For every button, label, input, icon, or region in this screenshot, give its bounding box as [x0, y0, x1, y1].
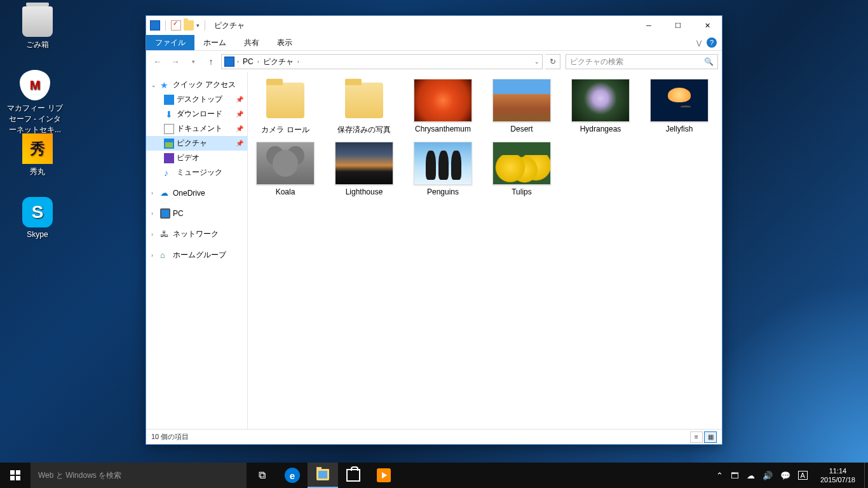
chevron-right-icon[interactable]: › [297, 58, 299, 65]
image-thumbnail [335, 142, 393, 185]
image-thumbnail [414, 142, 472, 185]
file-item-lighthouse[interactable]: Lighthouse [330, 142, 398, 196]
file-item-penguins[interactable]: Penguins [409, 142, 477, 196]
tray-volume-icon[interactable]: 🔊 [763, 471, 773, 480]
search-input[interactable]: ピクチャの検索 🔍 [566, 54, 718, 69]
nav-homegroup[interactable]: ›⌂ホームグループ [146, 248, 247, 262]
network-icon: 🖧 [160, 229, 170, 240]
file-item-camera-roll[interactable]: カメラ ロール [252, 79, 319, 135]
chevron-right-icon[interactable]: › [257, 58, 259, 65]
task-view-button[interactable]: ⧉ [247, 463, 277, 488]
minimize-button[interactable]: ─ [634, 16, 663, 35]
file-list[interactable]: カメラ ロール保存済みの写真ChrysanthemumDesertHydrang… [248, 72, 722, 429]
store-icon [346, 469, 360, 482]
clock-time: 11:14 [820, 466, 855, 475]
file-item-desert[interactable]: Desert [488, 79, 555, 135]
history-dropdown[interactable]: ▾ [186, 54, 201, 69]
status-bar: 10 個の項目 ≡ ▦ [146, 429, 722, 444]
tray-overflow-icon[interactable]: ⌃ [716, 471, 723, 480]
nav-desktop[interactable]: デスクトップ📌 [146, 92, 247, 107]
taskbar-media-player[interactable] [369, 463, 399, 488]
close-button[interactable]: ✕ [693, 16, 722, 35]
nav-music[interactable]: ♪ミュージック [146, 165, 247, 180]
file-item-tulips[interactable]: Tulips [488, 142, 555, 196]
nav-pc[interactable]: ›PC [146, 207, 247, 220]
media-player-icon [377, 468, 391, 482]
action-center-icon[interactable]: 💬 [780, 471, 790, 480]
file-item-jellyfish[interactable]: Jellyfish [646, 79, 713, 135]
desktop-icon-hidemaru[interactable]: 秀丸 [9, 133, 66, 177]
taskbar-search[interactable]: Web と Windows を検索 [31, 463, 247, 488]
image-thumbnail [571, 79, 630, 122]
breadcrumb[interactable]: › PC › ピクチャ › ⌄ [221, 54, 543, 69]
up-button[interactable]: ↑ [203, 54, 219, 69]
desktop-icon [164, 95, 174, 105]
tab-view[interactable]: 表示 [268, 35, 301, 50]
start-button[interactable] [0, 463, 31, 488]
qat-dropdown-icon[interactable]: ▾ [196, 22, 200, 29]
file-item-chrysanthemum[interactable]: Chrysanthemum [409, 79, 477, 135]
search-placeholder: ピクチャの検索 [570, 57, 623, 67]
view-details-button[interactable]: ≡ [690, 431, 703, 443]
taskbar-explorer[interactable] [308, 463, 338, 488]
title-bar[interactable]: ▾ ピクチャ ─ ☐ ✕ [146, 16, 722, 35]
pictures-icon [164, 139, 174, 149]
help-icon[interactable]: ? [707, 37, 717, 48]
breadcrumb-pictures[interactable]: ピクチャ [262, 55, 295, 69]
image-thumbnail [492, 142, 551, 185]
nav-videos[interactable]: ビデオ [146, 151, 247, 165]
ribbon-tabs: ファイル ホーム 共有 表示 ⋁ ? [146, 35, 722, 51]
taskbar-edge[interactable]: e [277, 463, 308, 488]
nav-pictures[interactable]: ピクチャ📌 [146, 136, 247, 151]
pin-icon: 📌 [236, 125, 243, 132]
expand-icon[interactable]: › [151, 190, 158, 196]
file-item-hydrangeas[interactable]: Hydrangeas [567, 79, 634, 135]
desktop-icon-mcafee[interactable]: M マカフィー リブセーフ - インターネットセキ... [6, 70, 64, 135]
forward-button[interactable]: → [168, 54, 183, 69]
desktop[interactable]: ごみ箱 M マカフィー リブセーフ - インターネットセキ... 秀丸 Skyp… [0, 0, 868, 488]
back-button[interactable]: ← [150, 54, 165, 69]
expand-icon[interactable]: › [151, 252, 158, 259]
file-item-koala[interactable]: Koala [252, 142, 319, 196]
chevron-right-icon[interactable]: › [237, 58, 239, 65]
ribbon-collapse-icon[interactable]: ⋁ [696, 39, 702, 46]
status-text: 10 個の項目 [151, 432, 189, 442]
expand-icon[interactable]: › [151, 231, 158, 238]
nav-quick-access[interactable]: ⌄★クイック アクセス [146, 78, 247, 92]
svg-rect-0 [10, 470, 15, 475]
explorer-app-icon[interactable] [150, 20, 160, 30]
nav-downloads[interactable]: ⬇ダウンロード📌 [146, 107, 247, 121]
mcafee-icon: M [20, 70, 50, 100]
recycle-bin-icon [22, 6, 53, 37]
ime-indicator[interactable]: A [798, 471, 808, 480]
nav-documents[interactable]: ドキュメント📌 [146, 121, 247, 136]
desktop-icon-skype[interactable]: Skype [9, 197, 66, 239]
svg-rect-2 [10, 476, 15, 480]
show-desktop-button[interactable] [864, 463, 868, 488]
address-bar-row: ← → ▾ ↑ › PC › ピクチャ › ⌄ ↻ ピクチャの検索 🔍 [146, 51, 722, 72]
tab-file[interactable]: ファイル [146, 35, 194, 50]
expand-icon[interactable]: › [151, 210, 158, 217]
refresh-button[interactable]: ↻ [545, 54, 560, 69]
file-item-label: 保存済みの写真 [330, 125, 398, 135]
qat-newfolder-icon[interactable] [184, 20, 194, 30]
collapse-icon[interactable]: ⌄ [151, 82, 158, 88]
maximize-button[interactable]: ☐ [663, 16, 693, 35]
tab-home[interactable]: ホーム [194, 35, 235, 50]
taskbar-store[interactable] [338, 463, 369, 488]
file-item-label: Chrysanthemum [409, 125, 477, 133]
tray-battery-icon[interactable]: 🗔 [731, 471, 739, 480]
file-item-label: Tulips [488, 187, 555, 196]
breadcrumb-pc[interactable]: PC [241, 56, 255, 67]
qat-properties-icon[interactable] [171, 20, 181, 30]
address-dropdown-icon[interactable]: ⌄ [534, 58, 539, 65]
file-item-saved-pictures[interactable]: 保存済みの写真 [330, 79, 398, 135]
file-item-label: Hydrangeas [567, 125, 634, 133]
nav-onedrive[interactable]: ›☁OneDrive [146, 186, 247, 200]
nav-network[interactable]: ›🖧ネットワーク [146, 227, 247, 241]
desktop-icon-recycle-bin[interactable]: ごみ箱 [9, 6, 66, 50]
taskbar-clock[interactable]: 11:14 2015/07/18 [815, 466, 860, 484]
tray-network-icon[interactable]: ☁ [747, 471, 755, 480]
tab-share[interactable]: 共有 [235, 35, 268, 50]
view-thumbnails-button[interactable]: ▦ [704, 431, 717, 443]
